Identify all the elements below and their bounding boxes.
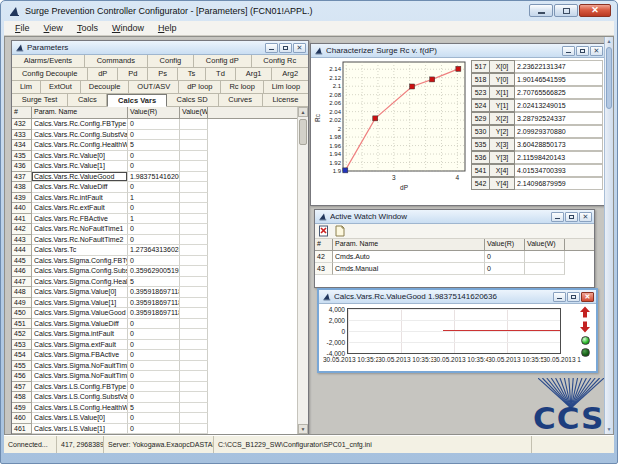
table-row[interactable]: 445 Calcs.Vars.Sigma.Config.FBType 0	[12, 256, 297, 267]
table-scrollbar[interactable]: ▲ ▼	[297, 107, 308, 434]
table-row[interactable]: 434 Calcs.Vars.Rc.Config.HealthWaitTime …	[12, 140, 297, 151]
scroll-up-icon[interactable]: ▲	[298, 107, 308, 117]
tab[interactable]: Calcs Vars	[107, 94, 166, 107]
table-row[interactable]: 433 Calcs.Vars.Rc.Config.SubstValue 0	[12, 130, 297, 141]
tab[interactable]: Pd	[118, 68, 148, 81]
copy-watch-icon[interactable]	[334, 225, 346, 237]
table-row[interactable]: 446 Calcs.Vars.Sigma.Config.SubstValue 0…	[12, 266, 297, 277]
maximize-button[interactable]	[567, 292, 580, 302]
tab[interactable]: ExtOut	[41, 81, 81, 94]
table-row[interactable]: 435 Calcs.Vars.Rc.Value[0] 0	[12, 151, 297, 162]
characterizer-titlebar[interactable]: Characterizer Surge Rc v. f(dP) ✕	[311, 44, 605, 58]
minimize-button[interactable]	[553, 292, 566, 302]
close-icon[interactable]: ✕	[590, 46, 603, 56]
table-row[interactable]: 449 Calcs.Vars.Sigma.Value[1] 0.39591869…	[12, 298, 297, 309]
remove-watch-icon[interactable]	[318, 225, 330, 237]
tab[interactable]: Rc loop	[221, 81, 263, 94]
tab[interactable]: Config Decouple	[12, 68, 88, 81]
maximize-button[interactable]	[576, 46, 589, 56]
scroll-thumb[interactable]	[299, 119, 307, 145]
table-row[interactable]: 439 Calcs.Vars.Rc.intFault 1	[12, 193, 297, 204]
menu-view[interactable]: View	[37, 22, 70, 34]
maximize-button[interactable]	[554, 4, 578, 17]
table-row[interactable]: 455 Calcs.Vars.Sigma.NoFaultTime1 0	[12, 361, 297, 372]
table-row[interactable]: 438 Calcs.Vars.Rc.ValueDiff 0	[12, 182, 297, 193]
tab[interactable]: Config dP	[194, 55, 251, 68]
scale-up-icon[interactable]	[579, 306, 591, 318]
table-row[interactable]: 452 Calcs.Vars.Sigma.intFault 0	[12, 329, 297, 340]
xy-row[interactable]: 530 Y[2] 2.09929370880	[471, 125, 603, 138]
table-row[interactable]: 432 Calcs.Vars.Rc.Config.FBType 0	[12, 119, 297, 130]
xy-row[interactable]: 536 Y[3] 2.11598420143	[471, 151, 603, 164]
table-row[interactable]: 457 Calcs.Vars.LS.Config.FBType 0	[12, 382, 297, 393]
tab[interactable]: Ps	[148, 68, 178, 81]
minimize-button[interactable]	[551, 212, 564, 222]
tab[interactable]: License	[263, 94, 308, 107]
table-row[interactable]: 437 Calcs.Vars.Rc.ValueGood 1.9837514162…	[12, 172, 297, 183]
table-row[interactable]: 456 Calcs.Vars.Sigma.NoFaultTime2 0	[12, 371, 297, 382]
scroll-down-icon[interactable]: ▼	[605, 425, 613, 434]
scroll-up-icon[interactable]: ▲	[605, 37, 613, 46]
tab[interactable]: Surge Test	[12, 94, 68, 107]
table-row[interactable]: 454 Calcs.Vars.Sigma.FBActive 0	[12, 350, 297, 361]
xy-row[interactable]: 541 X[4] 4.01534700393	[471, 164, 603, 177]
table-row[interactable]: 448 Calcs.Vars.Sigma.Value[0] 0.39591869…	[12, 287, 297, 298]
table-row[interactable]: 461 Calcs.Vars.LS.Value[1] 0	[12, 424, 297, 435]
stop-led-icon[interactable]	[581, 348, 590, 357]
tab[interactable]: Arg2	[272, 68, 308, 81]
xy-row[interactable]: 517 X[0] 2.23622131347	[471, 60, 603, 73]
tab[interactable]: OUT/ASV	[129, 81, 179, 94]
tab[interactable]: Decouple	[81, 81, 130, 94]
maximize-button[interactable]	[565, 212, 578, 222]
table-row[interactable]: 443 Calcs.Vars.Rc.NoFaultTime2 0	[12, 235, 297, 246]
minimize-button[interactable]	[529, 4, 553, 17]
xy-row[interactable]: 518 Y[0] 1.90146541595	[471, 73, 603, 86]
table-row[interactable]: 442 Calcs.Vars.Rc.NoFaultTime1 0	[12, 224, 297, 235]
table-row[interactable]: 458 Calcs.Vars.LS.Config.SubstValue 0	[12, 392, 297, 403]
tab[interactable]: Config	[148, 55, 194, 68]
xy-row[interactable]: 529 X[2] 3.28792524337	[471, 112, 603, 125]
table-row[interactable]: 459 Calcs.Vars.LS.Config.HealthWaitTime …	[12, 403, 297, 414]
watch-row[interactable]: 43 Cmds.Manual 0	[315, 263, 594, 275]
tab[interactable]: Td	[206, 68, 236, 81]
mdi-scrollbar[interactable]: ▲ ▼	[604, 37, 613, 434]
scroll-thumb[interactable]	[606, 47, 612, 109]
close-button[interactable]: ✕	[579, 4, 611, 17]
tab[interactable]: Lim	[12, 81, 41, 94]
table-row[interactable]: 440 Calcs.Vars.Rc.extFault 0	[12, 203, 297, 214]
scroll-down-icon[interactable]: ▼	[298, 424, 308, 434]
menu-help[interactable]: Help	[151, 22, 184, 34]
watch-row[interactable]: 42 Cmds.Auto 0	[315, 251, 594, 263]
parameters-titlebar[interactable]: Parameters ✕	[12, 41, 308, 55]
tab[interactable]: dP	[88, 68, 118, 81]
run-led-icon[interactable]	[581, 336, 590, 345]
table-row[interactable]: 451 Calcs.Vars.Sigma.ValueDiff 0	[12, 319, 297, 330]
close-icon[interactable]: ✕	[581, 292, 594, 302]
table-row[interactable]: 441 Calcs.Vars.Rc.FBActive 1	[12, 214, 297, 225]
tab[interactable]: Lim loop	[264, 81, 308, 94]
close-icon[interactable]: ✕	[579, 212, 592, 222]
maximize-button[interactable]	[279, 43, 292, 53]
close-icon[interactable]: ✕	[293, 43, 306, 53]
tab[interactable]: Config Rc	[252, 55, 308, 68]
xy-row[interactable]: 535 X[3] 3.60428850173	[471, 138, 603, 151]
tab[interactable]: Commands	[85, 55, 148, 68]
tab[interactable]: Arg1	[236, 68, 273, 81]
scale-down-icon[interactable]	[579, 321, 591, 333]
watch-titlebar[interactable]: Active Watch Window ✕	[315, 210, 594, 224]
table-row[interactable]: 436 Calcs.Vars.Rc.Value[1] 0	[12, 161, 297, 172]
tab[interactable]: Calcs	[68, 94, 107, 107]
table-row[interactable]: 450 Calcs.Vars.Sigma.ValueGood 0.3959186…	[12, 308, 297, 319]
table-row[interactable]: 447 Calcs.Vars.Sigma.Config.HealthWaitTi…	[12, 277, 297, 288]
xy-row[interactable]: 523 X[1] 2.70765566825	[471, 86, 603, 99]
xy-row[interactable]: 542 Y[4] 2.14096879959	[471, 177, 603, 190]
tab[interactable]: Alarms/Events	[12, 55, 85, 68]
menu-file[interactable]: File	[8, 22, 37, 34]
minimize-button[interactable]	[562, 46, 575, 56]
minimize-button[interactable]	[265, 43, 278, 53]
menu-window[interactable]: Window	[105, 22, 151, 34]
table-row[interactable]: 444 Calcs.Vars.Tc 1.2736431360244	[12, 245, 297, 256]
tab[interactable]: Calcs SD	[167, 94, 219, 107]
table-row[interactable]: 460 Calcs.Vars.LS.Value[0] 0	[12, 413, 297, 424]
trend-titlebar[interactable]: Calcs.Vars.Rc.ValueGood 1.98375141620636…	[319, 290, 596, 304]
